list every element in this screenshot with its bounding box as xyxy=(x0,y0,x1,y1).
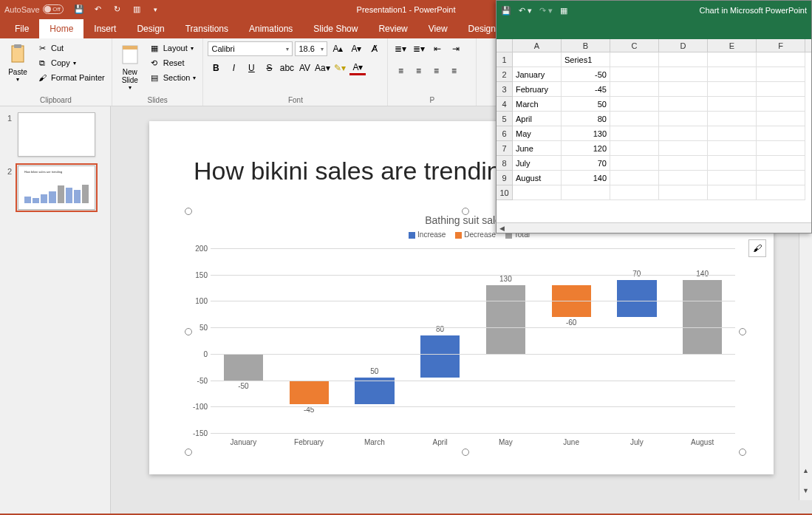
cell[interactable] xyxy=(659,171,708,185)
strikethrough-button[interactable]: S xyxy=(261,61,277,75)
new-slide-button[interactable]: New Slide▾ xyxy=(117,41,143,92)
cell[interactable] xyxy=(659,156,708,171)
cell[interactable]: -50 xyxy=(562,67,610,82)
indent-inc-button[interactable]: ⇥ xyxy=(448,41,464,56)
align-right-button[interactable]: ≡ xyxy=(428,64,444,78)
indent-dec-button[interactable]: ⇤ xyxy=(429,41,446,56)
undo-icon[interactable]: ↶ xyxy=(90,2,106,17)
cell[interactable]: 80 xyxy=(562,112,610,126)
row-header[interactable]: 9 xyxy=(497,171,513,185)
undo-icon[interactable]: ↶ ▾ xyxy=(519,6,532,16)
resize-handle[interactable] xyxy=(462,208,469,215)
align-center-button[interactable]: ≡ xyxy=(410,64,426,78)
cell[interactable] xyxy=(708,185,757,200)
redo-icon[interactable]: ↷ ▾ xyxy=(539,6,553,16)
cut-button[interactable]: ✂Cut xyxy=(34,41,107,55)
tab-review[interactable]: Review xyxy=(368,19,417,38)
cell[interactable] xyxy=(757,171,805,185)
redo-icon[interactable]: ↻ xyxy=(109,2,126,17)
cell[interactable] xyxy=(513,52,562,67)
row-header[interactable]: 5 xyxy=(497,112,513,126)
cell[interactable] xyxy=(610,82,659,97)
numbering-button[interactable]: ≣▾ xyxy=(411,41,427,56)
resize-handle[interactable] xyxy=(739,449,746,456)
tab-design[interactable]: Design xyxy=(126,19,174,38)
chart-object[interactable]: Bathing suit sales Increase Decrease Tot… xyxy=(188,211,743,452)
cell[interactable] xyxy=(757,112,805,126)
resize-handle[interactable] xyxy=(185,449,192,456)
bar[interactable] xyxy=(224,354,263,381)
row-header[interactable]: 3 xyxy=(497,82,513,97)
row-header[interactable]: 10 xyxy=(497,185,513,200)
col-header[interactable]: A xyxy=(513,39,562,52)
tab-slideshow[interactable]: Slide Show xyxy=(303,19,368,38)
cell[interactable] xyxy=(659,126,708,141)
cell[interactable] xyxy=(659,141,708,156)
resize-handle[interactable] xyxy=(739,328,746,335)
row-header[interactable]: 1 xyxy=(497,52,513,67)
cell[interactable] xyxy=(708,141,757,156)
cell[interactable] xyxy=(708,67,757,82)
cell[interactable]: 50 xyxy=(562,97,610,112)
resize-handle[interactable] xyxy=(462,449,469,456)
cell[interactable]: 130 xyxy=(562,126,610,141)
cell[interactable]: June xyxy=(513,141,562,156)
increase-font-icon[interactable]: A▴ xyxy=(330,41,346,56)
cell[interactable] xyxy=(757,52,805,67)
cell[interactable] xyxy=(757,156,805,171)
tab-home[interactable]: Home xyxy=(39,19,83,38)
cell[interactable] xyxy=(659,185,708,200)
cell[interactable] xyxy=(610,126,659,141)
cell[interactable]: August xyxy=(513,171,562,185)
col-header[interactable]: B xyxy=(562,39,610,52)
row-header[interactable]: 2 xyxy=(497,67,513,82)
chart-icon[interactable]: ▦ xyxy=(560,6,567,16)
cell[interactable]: -45 xyxy=(562,82,610,97)
cell[interactable] xyxy=(708,52,757,67)
char-spacing-button[interactable]: AV xyxy=(296,61,313,75)
slide-title-text[interactable]: How bikini sales are trending xyxy=(194,157,515,185)
cell[interactable] xyxy=(610,141,659,156)
align-left-button[interactable]: ≡ xyxy=(392,64,409,78)
bar[interactable] xyxy=(290,381,329,404)
save-icon[interactable]: 💾 xyxy=(71,2,87,17)
decrease-font-icon[interactable]: A▾ xyxy=(348,41,364,56)
tab-transitions[interactable]: Transitions xyxy=(175,19,239,38)
chart-styles-button[interactable]: 🖌 xyxy=(748,239,766,257)
bar[interactable] xyxy=(355,378,394,404)
autosave-toggle[interactable]: Off xyxy=(43,4,64,14)
col-header[interactable]: F xyxy=(757,39,805,52)
horizontal-scrollbar[interactable]: ◀ xyxy=(497,222,811,233)
cell[interactable] xyxy=(708,97,757,112)
cell[interactable]: Series1 xyxy=(562,52,610,67)
bar[interactable] xyxy=(683,280,722,354)
cell[interactable] xyxy=(659,97,708,112)
cell[interactable] xyxy=(757,185,805,200)
layout-button[interactable]: ▦Layout▾ xyxy=(146,41,199,55)
cell[interactable]: April xyxy=(513,112,562,126)
cell[interactable] xyxy=(757,82,805,97)
cell[interactable]: July xyxy=(513,156,562,171)
resize-handle[interactable] xyxy=(185,208,192,215)
font-color-button[interactable]: A▾ xyxy=(349,61,366,75)
next-slide-icon[interactable]: ▼ xyxy=(802,487,809,494)
format-painter-button[interactable]: 🖌Format Painter xyxy=(34,71,107,84)
cell[interactable]: 70 xyxy=(562,156,610,171)
cell[interactable] xyxy=(562,185,610,200)
cell[interactable] xyxy=(610,156,659,171)
bullets-button[interactable]: ≣▾ xyxy=(392,41,409,56)
cell[interactable]: 140 xyxy=(562,171,610,185)
copy-button[interactable]: ⧉Copy ▾ xyxy=(34,56,107,69)
tab-animations[interactable]: Animations xyxy=(239,19,303,38)
cell[interactable] xyxy=(610,112,659,126)
font-name-combo[interactable]: Calibri▾ xyxy=(208,41,293,56)
cell[interactable] xyxy=(659,67,708,82)
row-header[interactable]: 7 xyxy=(497,141,513,156)
cell[interactable] xyxy=(708,82,757,97)
cell[interactable] xyxy=(610,97,659,112)
excel-data-window[interactable]: 💾 ↶ ▾ ↷ ▾ ▦ Chart in Microsoft PowerPoin… xyxy=(496,0,812,233)
tab-insert[interactable]: Insert xyxy=(83,19,126,38)
font-size-combo[interactable]: 18.6▾ xyxy=(295,41,327,56)
col-header[interactable]: C xyxy=(610,39,659,52)
save-icon[interactable]: 💾 xyxy=(501,6,511,16)
